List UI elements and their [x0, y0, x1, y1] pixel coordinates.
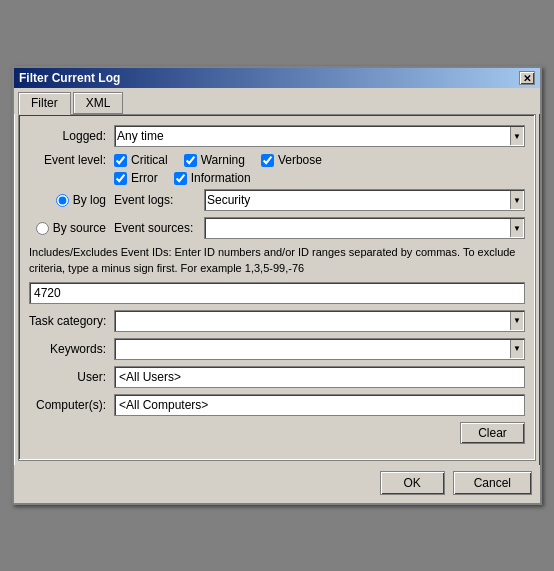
verbose-label: Verbose	[278, 153, 322, 167]
event-sources-select-wrapper	[204, 217, 525, 239]
bottom-buttons: OK Cancel	[14, 465, 540, 503]
by-source-radio[interactable]	[36, 222, 49, 235]
event-logs-select[interactable]: Security	[204, 189, 525, 211]
tab-xml[interactable]: XML	[73, 92, 124, 114]
event-level-row1: Event level: Critical Warning Verbose	[29, 153, 525, 167]
user-row: User:	[29, 366, 525, 388]
by-source-label[interactable]: By source	[29, 221, 106, 235]
computer-row: Computer(s):	[29, 394, 525, 416]
user-label: User:	[29, 370, 114, 384]
warning-checkbox-label[interactable]: Warning	[184, 153, 245, 167]
error-checkbox-label[interactable]: Error	[114, 171, 158, 185]
information-checkbox-label[interactable]: Information	[174, 171, 251, 185]
close-button[interactable]: ✕	[519, 71, 535, 85]
keywords-select[interactable]	[114, 338, 525, 360]
event-sources-select[interactable]	[204, 217, 525, 239]
user-input[interactable]	[114, 366, 525, 388]
clear-row: Clear	[29, 422, 525, 450]
event-ids-input[interactable]	[29, 282, 525, 304]
event-sources-field-label: Event sources:	[114, 221, 204, 235]
error-label: Error	[131, 171, 158, 185]
event-level-row2: Error Information	[29, 171, 525, 185]
event-logs-field-label: Event logs:	[114, 193, 204, 207]
warning-checkbox[interactable]	[184, 154, 197, 167]
dialog-title: Filter Current Log	[19, 71, 120, 85]
event-logs-select-wrapper: Security	[204, 189, 525, 211]
by-source-row: By source Event sources:	[29, 217, 525, 239]
tab-filter[interactable]: Filter	[18, 92, 71, 115]
title-bar: Filter Current Log ✕	[14, 68, 540, 88]
description-text: Includes/Excludes Event IDs: Enter ID nu…	[29, 245, 525, 276]
error-checkbox[interactable]	[114, 172, 127, 185]
by-log-radio-wrapper: By log	[29, 193, 114, 207]
cancel-button[interactable]: Cancel	[453, 471, 532, 495]
computer-label: Computer(s):	[29, 398, 114, 412]
information-checkbox[interactable]	[174, 172, 187, 185]
by-log-radio[interactable]	[56, 194, 69, 207]
verbose-checkbox-label[interactable]: Verbose	[261, 153, 322, 167]
task-category-select[interactable]	[114, 310, 525, 332]
keywords-label: Keywords:	[29, 342, 114, 356]
event-level-checkboxes-row2: Error Information	[114, 171, 525, 185]
logged-select[interactable]: Any time Last hour Last 12 hours Last 24…	[114, 125, 525, 147]
by-log-text: By log	[73, 193, 106, 207]
event-ids-row	[29, 282, 525, 304]
ok-button[interactable]: OK	[380, 471, 445, 495]
logged-label: Logged:	[29, 129, 114, 143]
keywords-row: Keywords:	[29, 338, 525, 360]
by-source-text: By source	[53, 221, 106, 235]
tab-content: Logged: Any time Last hour Last 12 hours…	[18, 114, 536, 461]
dialog-window: Filter Current Log ✕ Filter XML Logged: …	[12, 66, 542, 505]
event-level-checkboxes-row1: Critical Warning Verbose	[114, 153, 525, 167]
by-log-row: By log Event logs: Security	[29, 189, 525, 211]
computer-input[interactable]	[114, 394, 525, 416]
by-log-label[interactable]: By log	[29, 193, 106, 207]
logged-row: Logged: Any time Last hour Last 12 hours…	[29, 125, 525, 147]
critical-checkbox-label[interactable]: Critical	[114, 153, 168, 167]
logged-select-wrapper: Any time Last hour Last 12 hours Last 24…	[114, 125, 525, 147]
clear-button[interactable]: Clear	[460, 422, 525, 444]
verbose-checkbox[interactable]	[261, 154, 274, 167]
critical-label: Critical	[131, 153, 168, 167]
tab-bar: Filter XML	[14, 88, 540, 114]
task-category-row: Task category:	[29, 310, 525, 332]
task-category-label: Task category:	[29, 314, 114, 328]
critical-checkbox[interactable]	[114, 154, 127, 167]
event-level-label: Event level:	[29, 153, 114, 167]
by-source-radio-wrapper: By source	[29, 221, 114, 235]
information-label: Information	[191, 171, 251, 185]
warning-label: Warning	[201, 153, 245, 167]
